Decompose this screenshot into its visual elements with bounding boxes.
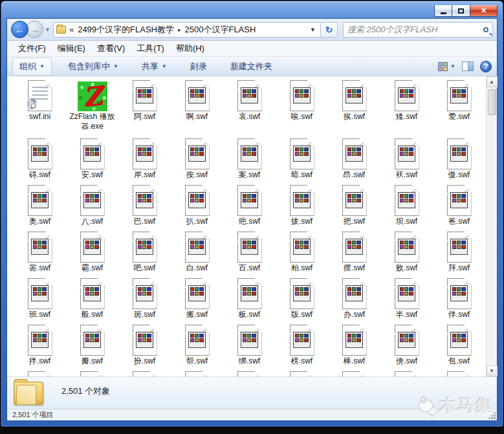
preview-pane-button[interactable] [462, 61, 474, 71]
file-item[interactable]: 八.swf [66, 185, 118, 232]
toolbar-button[interactable]: 共享▼ [135, 58, 174, 76]
vertical-scrollbar[interactable]: ▲ ▼ [486, 76, 497, 376]
file-item[interactable]: 碍.swf [14, 138, 66, 185]
file-item[interactable]: 摆.swf [328, 232, 380, 278]
file-item[interactable] [171, 371, 223, 376]
file-item[interactable]: 包.swf [433, 325, 485, 371]
file-item[interactable]: 罢.swf [14, 232, 66, 278]
file-name-label: 摆.swf [344, 263, 365, 273]
toolbar-button[interactable]: 包含到库中▼ [61, 58, 126, 76]
search-box[interactable] [343, 22, 493, 38]
file-item[interactable]: 把.swf [328, 185, 380, 232]
file-item[interactable]: 奥.swf [14, 185, 66, 232]
back-button[interactable]: ← [11, 21, 28, 38]
file-item[interactable]: 唉.swf [276, 80, 328, 138]
file-item[interactable] [380, 371, 433, 376]
file-item[interactable]: 拌.swf [14, 325, 66, 371]
breadcrumb-parent[interactable]: 2499个汉字的FLASH教学 [78, 24, 174, 36]
breadcrumb-overflow[interactable]: « [69, 25, 74, 34]
file-item[interactable]: 安.swf [66, 138, 118, 185]
help-button[interactable]: ? [480, 61, 492, 72]
close-button[interactable]: ✕ [470, 5, 498, 17]
file-item[interactable]: 昂.swf [328, 138, 380, 185]
menu-item[interactable]: 工具(T) [131, 41, 170, 56]
address-bar[interactable]: « 2499个汉字的FLASH教学 ▸ 2500个汉字FLASH ▼ [53, 22, 321, 38]
file-item[interactable]: 败.swf [380, 232, 433, 278]
file-item[interactable]: 班.swf [14, 278, 66, 325]
swf-file-icon [185, 80, 210, 111]
file-item[interactable]: 绑.swf [223, 325, 276, 371]
toolbar-button[interactable]: 组织▼ [12, 58, 52, 76]
file-item[interactable]: 巴.swf [118, 185, 171, 232]
file-item[interactable] [223, 371, 276, 376]
menu-item[interactable]: 文件(F) [12, 41, 52, 56]
menu-item[interactable]: 查看(V) [91, 41, 131, 56]
file-item[interactable] [328, 371, 380, 376]
file-item[interactable]: 百.swf [223, 232, 276, 278]
refresh-button[interactable]: ↻ [321, 22, 338, 38]
file-item[interactable]: 拜.swf [433, 232, 485, 278]
swf-file-icon [185, 278, 210, 309]
file-item[interactable]: 爱.swf [433, 80, 485, 138]
file-item[interactable] [276, 371, 328, 376]
recent-pages-dropdown[interactable]: ▼ [45, 27, 50, 33]
file-item[interactable]: 吧.swf [118, 232, 171, 278]
file-item[interactable]: 哀.swf [223, 80, 276, 138]
file-item[interactable]: 阿.swf [118, 80, 171, 138]
resize-grip-icon[interactable] [494, 417, 496, 419]
scroll-up-button[interactable]: ▲ [487, 76, 498, 87]
file-item[interactable]: 扮.swf [118, 325, 171, 371]
scrollbar-thumb[interactable] [488, 89, 496, 115]
file-item[interactable]: 扒.swf [171, 185, 223, 232]
file-item[interactable]: 按.swf [171, 138, 223, 185]
file-item[interactable]: 板.swf [223, 278, 276, 325]
file-item[interactable]: 白.swf [171, 232, 223, 278]
minimize-button[interactable] [434, 5, 452, 17]
file-item[interactable]: 傍.swf [380, 325, 433, 371]
file-item[interactable]: 帮.swf [171, 325, 223, 371]
file-item[interactable]: 疤.swf [223, 185, 276, 232]
file-item[interactable]: 案.swf [223, 138, 276, 185]
file-item[interactable]: 半.swf [380, 278, 433, 325]
file-item[interactable]: 斑.swf [118, 278, 171, 325]
file-item[interactable]: 般.swf [66, 278, 118, 325]
menu-item[interactable]: 编辑(E) [52, 41, 91, 56]
toolbar-button[interactable]: 刻录 [183, 58, 214, 76]
file-item[interactable]: 啊.swf [171, 80, 223, 138]
file-item[interactable]: 棒.swf [328, 325, 380, 371]
file-item[interactable]: 袄.swf [380, 138, 433, 185]
file-item[interactable]: 伴.swf [433, 278, 485, 325]
file-item[interactable]: 柏.swf [276, 232, 328, 278]
file-item[interactable]: 霸.swf [66, 232, 118, 278]
file-item[interactable]: 拔.swf [276, 185, 328, 232]
file-item[interactable]: 瓣.swf [66, 325, 118, 371]
file-item[interactable]: 暗.swf [276, 138, 328, 185]
views-grid-icon [438, 62, 448, 71]
file-item[interactable]: 榜.swf [276, 325, 328, 371]
file-item[interactable] [14, 371, 66, 376]
toolbar-button[interactable]: 新建文件夹 [223, 58, 279, 76]
scroll-down-button[interactable]: ▼ [487, 365, 498, 376]
search-input[interactable] [347, 25, 483, 34]
file-item[interactable]: swf.ini [14, 80, 66, 138]
menu-item[interactable]: 帮助(H) [170, 41, 210, 56]
file-item[interactable]: 岸.swf [118, 138, 171, 185]
file-item[interactable] [66, 371, 118, 376]
change-view-button[interactable]: ▼ [438, 62, 455, 71]
breadcrumb-current[interactable]: 2500个汉字FLASH [185, 24, 256, 36]
file-item[interactable] [433, 371, 485, 376]
address-dropdown-icon[interactable]: ▼ [308, 27, 318, 33]
file-item[interactable]: 办.swf [328, 278, 380, 325]
file-item[interactable]: 坝.swf [380, 185, 433, 232]
file-item[interactable]: 矮.swf [380, 80, 433, 138]
file-item[interactable]: 挨.swf [328, 80, 380, 138]
forward-button[interactable]: → [26, 21, 43, 38]
file-item[interactable]: 爸.swf [433, 185, 485, 232]
maximize-button[interactable] [452, 5, 470, 17]
file-item[interactable]: 搬.swf [171, 278, 223, 325]
file-item[interactable]: 傲.swf [433, 138, 485, 185]
file-item[interactable]: ZZzFlash 播放器.exe [66, 80, 118, 138]
views-dropdown-icon[interactable]: ▼ [450, 63, 455, 69]
file-item[interactable] [118, 371, 171, 376]
file-item[interactable]: 版.swf [276, 278, 328, 325]
